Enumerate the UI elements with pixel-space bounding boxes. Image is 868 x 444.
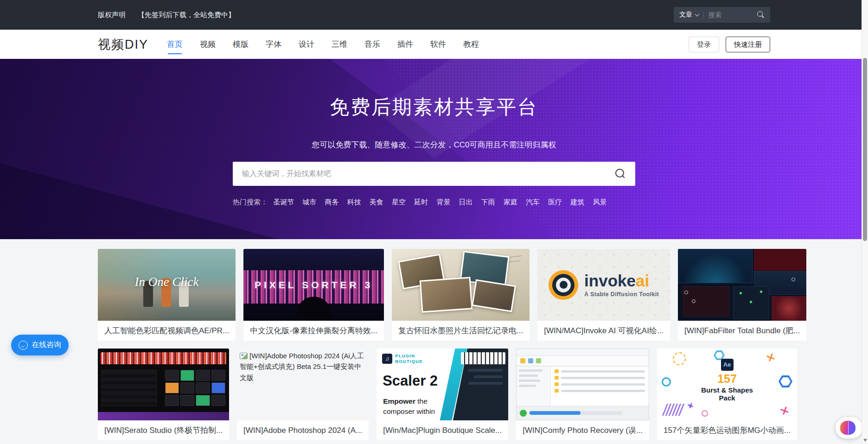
browser-extension-pill[interactable] <box>836 417 862 438</box>
hot-tag[interactable]: 城市 <box>302 198 316 206</box>
card-thumbnail[interactable] <box>678 249 806 321</box>
register-button[interactable]: 快速注册 <box>726 37 770 52</box>
hot-tag[interactable]: 星空 <box>392 198 406 206</box>
nav-item-template[interactable]: 模版 <box>233 30 249 59</box>
card-title[interactable]: [WIN]Adobe Photoshop 2024 (A... <box>237 420 369 440</box>
file-list-panel <box>551 367 649 406</box>
scrollbar-thumb[interactable] <box>863 58 867 241</box>
card-title[interactable]: 157个矢量彩色运动图形MG小动画... <box>657 420 797 440</box>
logo-text-bottom: BOUTIQUE <box>395 359 423 364</box>
search-category-dropdown[interactable]: 文章 <box>679 11 699 19</box>
chat-smiley-icon <box>19 341 28 350</box>
card-thumbnail[interactable] <box>516 349 649 420</box>
window-toolbar <box>517 356 649 366</box>
ui-line <box>468 382 503 385</box>
card-title[interactable]: [WIN/MAC]Invoke AI 可视化AI绘... <box>537 321 670 341</box>
nav-item-video[interactable]: 视频 <box>200 30 216 59</box>
page-scrollbar[interactable] <box>862 0 868 444</box>
nav-item-plugin[interactable]: 插件 <box>397 30 413 59</box>
product-name: Scaler 2 <box>383 373 438 389</box>
hot-search-row: 热门搜索： 圣诞节 城市 商务 科技 美食 星空 延时 背景 日出 下雨 家庭 … <box>233 198 635 207</box>
hero-title: 免费后期素材共享平台 <box>0 59 868 120</box>
chevron-down-icon <box>695 12 700 17</box>
window-titlebar <box>517 349 649 356</box>
material-card[interactable]: [WIN]Comfy Photo Recovery (误... <box>516 349 649 440</box>
card-title[interactable]: [WIN]FabFilter Total Bundle (肥... <box>678 321 806 341</box>
hot-tag[interactable]: 科技 <box>347 198 361 206</box>
nav-item-design[interactable]: 设计 <box>299 30 314 59</box>
online-chat-button[interactable]: 在线咨询 <box>11 335 69 355</box>
search-icon[interactable] <box>757 11 765 19</box>
card-title[interactable]: [WIN]Comfy Photo Recovery (误... <box>516 420 649 440</box>
card-thumbnail[interactable]: ♫ PLUGIN BOUTIQUE Scaler 2 Empower the c… <box>377 349 508 420</box>
hot-tag[interactable]: 日出 <box>459 198 473 206</box>
hot-tag[interactable]: 汽车 <box>526 198 540 206</box>
hot-tag[interactable]: 下雨 <box>481 198 495 206</box>
hero-subtitle: 您可以免费下载、随意修改、二次分发，CC0可商用且不需注明归属权 <box>0 140 868 150</box>
card-thumbnail-broken-image[interactable]: [WIN]Adobe Photoshop 2024 (Ai人工智能+创成式填充)… <box>237 349 369 420</box>
search-icon[interactable] <box>615 168 626 179</box>
divider <box>703 11 704 19</box>
card-title[interactable]: [Win/Mac]Plugin Boutique Scale... <box>377 420 508 440</box>
card-title[interactable]: 复古怀旧水墨照片生活回忆记录电... <box>392 321 530 341</box>
topbar-search-input[interactable] <box>708 11 757 19</box>
material-card[interactable]: Ae 157 Burst & Shapes Pack 157个矢量彩色运动图形M… <box>657 349 797 440</box>
hot-tag[interactable]: 美食 <box>370 198 383 206</box>
card-title[interactable]: 人工智能色彩匹配视频调色AE/PR... <box>98 321 236 341</box>
led-dot <box>740 292 742 294</box>
card-thumbnail[interactable]: In One Click <box>98 249 236 321</box>
topbar-search-box[interactable]: 文章 <box>674 7 770 23</box>
plugin-boutique-logo: ♫ PLUGIN BOUTIQUE <box>382 353 423 364</box>
hot-tag[interactable]: 圣诞节 <box>273 198 294 206</box>
brand-tagline: A Stable Diffusion Toolkit <box>584 291 659 298</box>
copyright-link[interactable]: 版权声明 <box>98 11 126 19</box>
nav-item-font[interactable]: 字体 <box>266 30 281 59</box>
product-slogan: Empower the composer within <box>383 396 435 417</box>
hot-tag[interactable]: 背景 <box>436 198 450 206</box>
hot-tag[interactable]: 延时 <box>414 198 428 206</box>
card-title[interactable]: 中文汉化版-像素拉伸撕裂分离特效... <box>243 321 384 341</box>
card-thumbnail[interactable]: PIXEL SORTER 3 <box>243 249 384 321</box>
nav-item-home[interactable]: 首页 <box>167 30 183 59</box>
card-thumbnail[interactable]: Ae 157 Burst & Shapes Pack <box>657 349 797 420</box>
nav-item-software[interactable]: 软件 <box>430 30 446 59</box>
nav-item-3d[interactable]: 三维 <box>332 30 347 59</box>
hero-banner: 免费后期素材共享平台 您可以免费下载、随意修改、二次分发，CC0可商用且不需注明… <box>0 59 868 239</box>
hot-tag[interactable]: 医疗 <box>548 198 562 206</box>
material-card[interactable]: [WIN]Serato Studio (终极节拍制... <box>98 349 229 440</box>
main-navbar: 视频DIY 首页 视频 模版 字体 设计 三维 音乐 插件 软件 教程 登录 快… <box>0 30 868 59</box>
hot-tag[interactable]: 家庭 <box>504 198 517 206</box>
plugin-panel <box>678 249 753 283</box>
material-card[interactable]: PIXEL SORTER 3 中文汉化版-像素拉伸撕裂分离特效... <box>243 249 384 341</box>
plugin-panel <box>754 249 807 271</box>
logo-text-top: PLUGIN <box>395 353 423 359</box>
material-card[interactable]: In One Click 人工智能色彩匹配视频调色AE/PR... <box>98 249 236 341</box>
card-thumbnail[interactable]: invokeai A Stable Diffusion Toolkit <box>537 249 670 321</box>
led-dot <box>750 301 752 303</box>
site-logo[interactable]: 视频DIY <box>98 36 148 53</box>
card-thumbnail[interactable] <box>392 249 530 321</box>
scrollbar-down-arrow[interactable] <box>863 439 867 442</box>
nav-item-tutorial[interactable]: 教程 <box>463 30 479 59</box>
material-card[interactable]: ♫ PLUGIN BOUTIQUE Scaler 2 Empower the c… <box>377 349 508 440</box>
material-card[interactable]: invokeai A Stable Diffusion Toolkit [WIN… <box>537 249 670 341</box>
grid-shape <box>662 404 686 416</box>
mixer-panel <box>102 370 157 406</box>
hero-search-input[interactable] <box>233 162 635 186</box>
nav-item-music[interactable]: 音乐 <box>364 30 380 59</box>
card-title[interactable]: [WIN]Serato Studio (终极节拍制... <box>98 420 229 440</box>
material-card[interactable]: [WIN]Adobe Photoshop 2024 (Ai人工智能+创成式填充)… <box>237 349 369 440</box>
hot-tag[interactable]: 风景 <box>593 198 607 206</box>
hot-tag[interactable]: 建筑 <box>570 198 584 206</box>
cards-row-2: [WIN]Serato Studio (终极节拍制... [WIN]Adobe … <box>98 349 770 440</box>
login-button[interactable]: 登录 <box>689 37 719 52</box>
burst-shape <box>687 402 694 409</box>
material-card[interactable]: [WIN]FabFilter Total Bundle (肥... <box>678 249 806 341</box>
hot-tag[interactable]: 商务 <box>325 198 339 206</box>
plugin-panel <box>683 286 729 317</box>
material-card[interactable]: 复古怀旧水墨照片生活回忆记录电... <box>392 249 530 341</box>
window-statusbar <box>517 406 649 420</box>
brand-text: invoke <box>584 272 636 290</box>
card-thumbnail[interactable] <box>98 349 229 420</box>
burst-shape <box>779 405 790 416</box>
